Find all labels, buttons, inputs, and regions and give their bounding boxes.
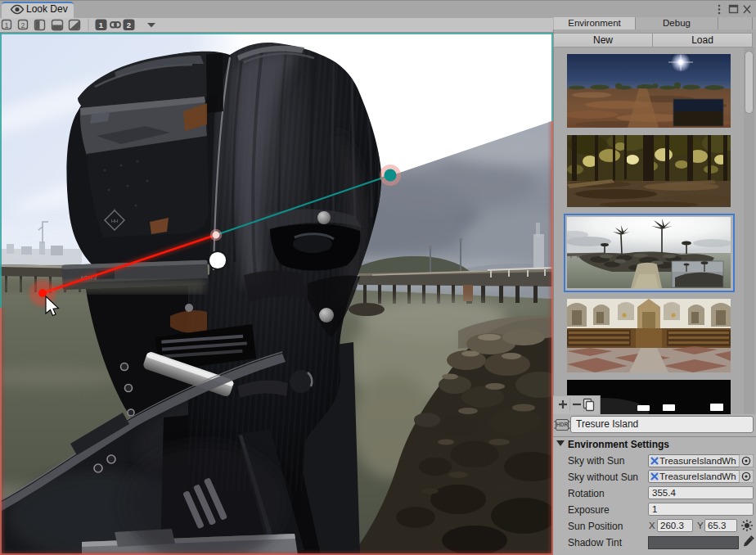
svg-text:1: 1 bbox=[99, 20, 104, 29]
svg-text:HH: HH bbox=[111, 219, 119, 223]
svg-text:2: 2 bbox=[20, 21, 25, 29]
svg-text:1: 1 bbox=[4, 21, 8, 29]
svg-text:2: 2 bbox=[127, 20, 131, 29]
